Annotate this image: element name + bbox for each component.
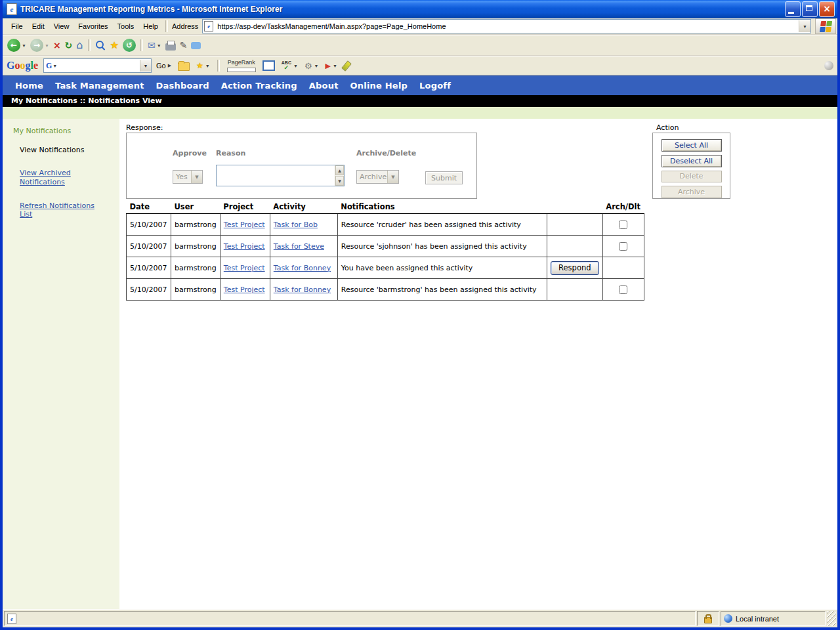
cell-activity: Task for Bonney [270,279,337,301]
reason-textarea[interactable]: ▲ ▼ [216,165,345,186]
minimize-button[interactable] [785,1,801,17]
edit-button[interactable]: ✎ [178,39,190,51]
toolbar-options-button[interactable]: ⚙ ▼ [303,60,321,72]
window-title: TRICARE Management Reporting Metrics - M… [20,5,785,14]
textarea-scrollbar[interactable]: ▲ ▼ [335,165,344,186]
nav-dashboard[interactable]: Dashboard [150,81,215,91]
google-go-button[interactable]: Go ▶ [154,60,173,71]
project-link[interactable]: Test Project [224,285,265,294]
spellcheck-button[interactable]: ABC ✓ ▼ [280,59,300,72]
project-link[interactable]: Test Project [224,264,265,272]
activity-link[interactable]: Task for Bonney [274,285,331,294]
home-icon: ⌂ [76,40,83,51]
folder-icon [178,62,190,71]
activity-link[interactable]: Task for Bonney [274,264,331,272]
restore-button[interactable] [802,1,818,17]
cell-user: barmstrong [171,214,220,236]
cell-respond [547,214,602,236]
google-logo: Google [7,60,38,72]
google-toolbar: Google G ▼ ▼ Go ▶ ★ ▼ PageRank ABC ✓ ▼ [3,56,837,75]
cell-project: Test Project [220,236,270,257]
send-to-button[interactable]: ▶ ▼ [324,61,339,71]
col-user: User [171,201,220,214]
nav-action-tracking[interactable]: Action Tracking [215,81,303,91]
search-button[interactable] [93,39,108,52]
back-button[interactable]: ← ▼ [5,37,28,53]
discuss-button[interactable] [189,40,203,51]
menu-help[interactable]: Help [138,20,163,32]
back-dropdown-icon[interactable]: ▼ [22,43,26,48]
scroll-up-icon[interactable]: ▲ [335,165,344,175]
mail-dropdown-icon[interactable]: ▼ [157,43,161,48]
menu-bar: File Edit View Favorites Tools Help Addr… [3,18,837,35]
send-arrow-icon: ▶ [326,62,331,70]
back-icon: ← [7,39,20,52]
cell-notification: Resource 'sjohnson' has been assigned th… [337,236,547,257]
page-info-icon[interactable] [824,61,833,70]
sidebar-item-view-archived-notifications[interactable]: View Archived Notifications [20,169,80,187]
cell-user: barmstrong [171,257,220,279]
print-button[interactable] [163,39,178,52]
search-mode-dropdown-icon[interactable]: ▼ [52,64,57,68]
stop-button[interactable]: × [51,39,63,51]
separator [165,20,168,32]
sidebar-item-refresh-notifications-list[interactable]: Refresh Notifications List [20,201,97,220]
search-history-dropdown-icon[interactable]: ▼ [140,60,151,72]
forward-dropdown-icon: ▼ [45,43,49,48]
pagerank-bar [227,68,256,72]
google-search-box[interactable]: G ▼ ▼ [43,58,152,73]
archive-checkbox[interactable] [619,242,627,251]
menu-tools[interactable]: Tools [113,20,139,32]
refresh-button[interactable]: ↻ [63,39,75,51]
document-icon: e [7,614,16,624]
refresh-icon: ↻ [65,41,73,50]
activity-link[interactable]: Task for Bob [274,220,318,229]
col-arch-dlt: Arch/Dlt [602,201,644,214]
windows-logo [815,18,836,34]
history-button[interactable]: ↺ [121,37,138,53]
google-print-button[interactable] [261,59,277,72]
nav-task-management[interactable]: Task Management [49,81,150,91]
archive-checkbox[interactable] [619,220,627,229]
deselect-all-button[interactable]: Deselect All [662,155,722,167]
options-dropdown-icon[interactable]: ▼ [314,64,319,68]
delete-button: Delete [662,171,722,183]
activity-link[interactable]: Task for Steve [274,242,324,251]
nav-online-help[interactable]: Online Help [345,81,413,91]
address-dropdown-icon[interactable]: ▼ [799,20,810,32]
close-button[interactable]: × [819,1,835,17]
home-button[interactable]: ⌂ [74,39,85,52]
project-link[interactable]: Test Project [224,242,265,251]
status-bar: e Local intranet [3,609,837,627]
highlighter-button[interactable] [342,60,351,72]
ie-toolbar: ← ▼ → ▼ × ↻ ⌂ ★ ↺ ✉ ▼ ✎ [3,35,837,56]
menu-view[interactable]: View [49,20,74,32]
bookmarks-dropdown-icon[interactable]: ▼ [205,64,210,68]
bookmarks-button[interactable]: ★ ▼ [194,60,212,71]
project-link[interactable]: Test Project [224,220,265,229]
stop-icon: × [53,41,61,50]
sidebar-item-view-notifications[interactable]: View Notifications [20,146,119,154]
search-site-button[interactable] [176,59,192,72]
select-all-button[interactable]: Select All [662,139,722,152]
resize-grip[interactable] [827,611,836,626]
lock-icon [704,617,712,623]
nav-logoff[interactable]: Logoff [413,81,457,91]
favorites-button[interactable]: ★ [108,39,121,52]
menu-favorites[interactable]: Favorites [74,20,112,32]
menu-file[interactable]: File [7,20,28,32]
scroll-down-icon[interactable]: ▼ [335,176,344,186]
respond-button[interactable]: Respond [551,261,599,275]
spellcheck-dropdown-icon[interactable]: ▼ [293,64,298,68]
cell-activity: Task for Steve [270,236,337,257]
nav-home[interactable]: Home [9,81,49,91]
action-panel: Select All Deselect All Delete Archive [652,133,730,199]
nav-about[interactable]: About [303,81,345,91]
menu-edit[interactable]: Edit [28,20,49,32]
address-input[interactable] [216,22,799,31]
approve-label: Approve [173,149,207,158]
mail-button[interactable]: ✉ ▼ [146,39,163,51]
archive-checkbox[interactable] [619,285,627,294]
send-dropdown-icon[interactable]: ▼ [333,64,337,68]
pagerank-widget[interactable]: PageRank [225,58,258,74]
